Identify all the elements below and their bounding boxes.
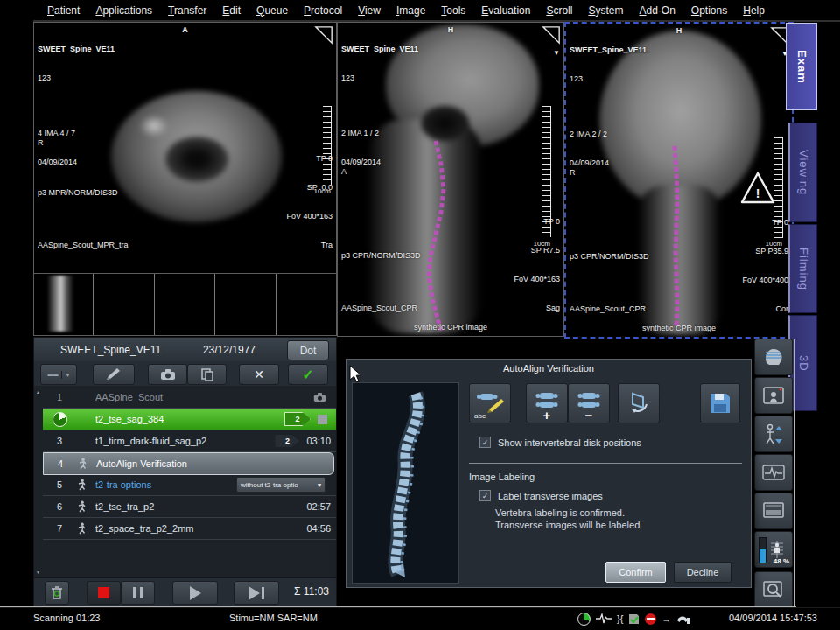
label-vertebra-button[interactable]: abc [469, 383, 511, 424]
decline-button[interactable]: Decline [674, 562, 732, 583]
image-browser-button[interactable] [754, 571, 793, 608]
patient-reposition-button[interactable] [754, 416, 793, 452]
clipboard-corner-icon[interactable] [542, 25, 561, 45]
patient-id-overlay: 123 [570, 74, 647, 84]
thumbnail-empty[interactable] [216, 274, 276, 335]
show-disks-checkbox[interactable]: ✓ [480, 437, 491, 448]
queue-row-autoalign[interactable]: 4 AutoAlign Verification [43, 452, 334, 475]
thumbnail-empty[interactable] [94, 274, 154, 335]
menu-options[interactable]: Options [683, 4, 735, 17]
patient-view-button[interactable] [754, 377, 793, 414]
options-dropdown[interactable]: without t2-tra optio▾ [236, 477, 326, 493]
trash-icon [51, 586, 63, 600]
remove-vertebra-button[interactable]: − [568, 383, 610, 424]
queue-row-t2-tse-tra[interactable]: 6 t2_tse_tra_p2 02:57 [43, 496, 336, 518]
image-date-overlay: 04/09/2014 [341, 158, 418, 167]
add-vertebra-button[interactable]: + [526, 383, 568, 424]
cancel-button[interactable]: ✕ [239, 364, 279, 385]
patient-name-overlay: SWEET_Spine_VE11 [570, 46, 647, 55]
menu-help[interactable]: Help [735, 4, 773, 17]
menu-queue[interactable]: Queue [248, 4, 296, 17]
series-overlay: AASpine_Scout_MPR_tra [38, 241, 129, 250]
orientation-top-label: H [338, 25, 564, 35]
scroll-down-arrow-icon[interactable]: ▼ [553, 49, 560, 57]
label-transverse-checkbox[interactable]: ✓ [480, 490, 491, 501]
dialog-title: AutoAlign Verification [346, 363, 751, 374]
undo-flip-button[interactable] [618, 383, 660, 424]
window-right-edge [794, 340, 794, 606]
menu-applications[interactable]: Applications [88, 4, 160, 17]
scale-ruler [542, 106, 551, 237]
waveform-icon [762, 465, 785, 480]
viewport-axial[interactable]: SWEET_Spine_VE11 123 4 IMA 4 / 7 04/09/2… [33, 22, 337, 274]
queue-row-t2-space-tra[interactable]: 7 t2_space_tra_p2_2mm 04:56 [43, 518, 336, 540]
braces-icon: }{ [617, 613, 623, 624]
step-number: 6 [43, 501, 76, 512]
head-coil-button[interactable] [754, 339, 793, 375]
stop-icon [98, 587, 109, 598]
menu-view[interactable]: View [350, 4, 388, 17]
viewport-coronal[interactable]: SWEET_Spine_VE11 123 2 IMA 2 / 2 04/09/2… [564, 22, 794, 339]
menu-image[interactable]: Image [388, 4, 433, 17]
play-button[interactable] [172, 581, 218, 605]
copy-button[interactable] [187, 364, 227, 385]
table-position-button[interactable]: 48 % [754, 531, 793, 568]
queue-row-aaspine-scout[interactable]: 1 AASpine_Scout [43, 387, 336, 409]
pause-button[interactable] [121, 581, 155, 605]
queue-row-t2tra-options[interactable]: 5 t2-tra options without t2-tra optio▾ [43, 474, 336, 496]
intercom-icon [676, 613, 690, 625]
edit-protocol-button[interactable] [93, 364, 135, 385]
menu-scroll[interactable]: Scroll [538, 4, 580, 17]
image-date-overlay: 04/09/2014 [38, 158, 115, 167]
queue-scrollbar[interactable]: ▲ ▼ [34, 386, 43, 578]
save-button[interactable] [700, 383, 740, 424]
thumbnail-empty[interactable] [277, 274, 336, 335]
menu-addon[interactable]: Add-On [631, 4, 682, 17]
image-number-overlay: 4 IMA 4 / 7 [38, 129, 115, 138]
image-date-overlay: 04/09/2014 [570, 158, 647, 168]
skip-button[interactable] [234, 581, 279, 605]
menu-patient[interactable]: Patient [39, 4, 88, 17]
measurement-progress-icon [578, 612, 591, 626]
menu-tools[interactable]: Tools [433, 4, 473, 17]
dot-button[interactable]: Dot [287, 340, 329, 360]
tab-filming[interactable]: Filming [788, 224, 817, 313]
stimulation-sar-status: Stimu=NM SAR=NM [229, 612, 318, 623]
thumbnail-spine[interactable] [34, 274, 94, 335]
tp-overlay: TP 0 [514, 217, 560, 227]
orientation-left-label: R [570, 168, 576, 178]
confirm-button[interactable]: Confirm [606, 562, 666, 583]
menu-edit[interactable]: Edit [214, 4, 248, 17]
scanning-status: Scanning 01:23 [33, 612, 100, 623]
menu-evaluation[interactable]: Evaluation [473, 4, 538, 17]
menu-transfer[interactable]: Transfer [160, 4, 214, 17]
queue-row-t1-tirm[interactable]: 3 t1_tirm_dark-fluid_sag_p2 2 03:10 [43, 430, 336, 452]
autoalign-dialog: AutoAlign Verification abc + [346, 359, 752, 588]
menu-system[interactable]: System [580, 4, 631, 17]
menu-bar: Patient Applications Transfer Edit Queue… [33, 0, 840, 22]
queue-row-t2-tse-sag[interactable]: t2_tse_sag_384 2 [43, 409, 336, 430]
viewport-sagittal[interactable]: SWEET_Spine_VE11 123 2 IMA 1 / 2 04/09/2… [337, 22, 564, 337]
physio-signal-button[interactable] [754, 454, 793, 491]
fov-overlay: FoV 400*400 [742, 276, 788, 285]
skip-icon [248, 586, 264, 600]
console-button[interactable] [754, 493, 793, 529]
thumbnail-empty[interactable] [156, 274, 215, 335]
menu-protocol[interactable]: Protocol [296, 4, 350, 17]
stop-button[interactable] [87, 581, 121, 605]
tab-viewing[interactable]: Viewing [788, 122, 817, 222]
clipboard-corner-icon[interactable] [314, 25, 333, 45]
protocol-name: t1_tirm_dark-fluid_sag_p2 [95, 436, 275, 446]
confirm-queue-button[interactable]: ✓ [288, 364, 328, 385]
protocol-toolbar: ▬▬▾ ✕ ✓ [34, 361, 336, 386]
protocol-view-dropdown[interactable]: ▬▬▾ [40, 364, 77, 385]
thumbnail-strip [33, 273, 337, 336]
delete-button[interactable] [45, 581, 69, 605]
plane-overlay: Tra [286, 241, 332, 250]
divider [469, 463, 742, 464]
snapshot-button[interactable] [148, 364, 187, 385]
show-disks-label: Show intervertebral disk positions [498, 438, 641, 448]
tab-exam[interactable]: Exam [786, 23, 817, 110]
pause-marker-icon[interactable] [318, 415, 327, 424]
svg-text:!: ! [756, 186, 760, 200]
